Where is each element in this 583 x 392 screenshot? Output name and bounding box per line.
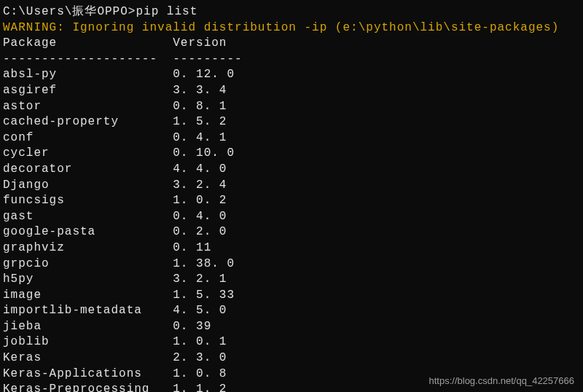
table-row: decorator 4. 4. 0 <box>3 162 580 178</box>
table-row: cycler 0. 10. 0 <box>3 146 580 162</box>
watermark: https://blog.csdn.net/qq_42257666 <box>429 375 575 386</box>
table-row: Keras 2. 3. 0 <box>3 350 580 366</box>
table-row: image 1. 5. 33 <box>3 288 580 304</box>
warning-line: WARNING: Ignoring invalid distribution -… <box>3 20 580 36</box>
command-prompt: C:\Users\振华OPPO>pip list <box>3 4 580 20</box>
terminal-output: C:\Users\振华OPPO>pip list WARNING: Ignori… <box>3 4 580 392</box>
table-row: cached-property 1. 5. 2 <box>3 114 580 130</box>
table-row: grpcio 1. 38. 0 <box>3 256 580 273</box>
package-list: absl-py 0. 12. 0asgiref 3. 3. 4astor 0. … <box>3 67 580 392</box>
table-row: importlib-metadata 4. 5. 0 <box>3 303 580 319</box>
table-row: Django 3. 2. 4 <box>3 178 580 194</box>
table-row: h5py 3. 2. 1 <box>3 272 580 288</box>
table-row: graphviz 0. 11 <box>3 240 580 256</box>
table-row: astor 0. 8. 1 <box>3 99 580 115</box>
table-row: funcsigs 1. 0. 2 <box>3 193 580 209</box>
table-divider: -------------------- --------- <box>3 52 580 68</box>
table-row: joblib 1. 0. 1 <box>3 334 580 350</box>
table-row: conf 0. 4. 1 <box>3 130 580 146</box>
table-row: gast 0. 4. 0 <box>3 209 580 225</box>
table-row: jieba 0. 39 <box>3 319 580 335</box>
table-row: absl-py 0. 12. 0 <box>3 67 580 83</box>
table-row: google-pasta 0. 2. 0 <box>3 224 580 240</box>
table-header: Package Version <box>3 36 580 52</box>
table-row: asgiref 3. 3. 4 <box>3 83 580 99</box>
